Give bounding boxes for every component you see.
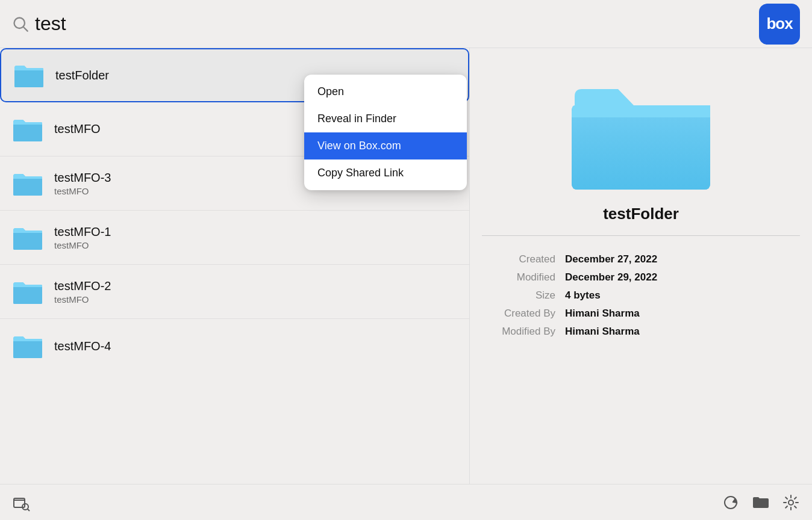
svg-point-5 <box>789 500 793 505</box>
item-info: testMFO-2 testMFO <box>54 279 111 305</box>
detail-row-modified: Modified December 29, 2022 <box>482 268 800 286</box>
left-panel: testFolder testMFO testMFO-3 testMFO <box>0 48 470 520</box>
folder-icon <box>12 333 43 359</box>
item-subtitle: testMFO <box>54 240 111 250</box>
folder-icon <box>12 279 43 305</box>
modified-by-value: Himani Sharma <box>560 323 800 341</box>
bottom-right <box>722 494 800 512</box>
svg-point-0 <box>14 17 25 28</box>
right-panel: testFolder Created December 27, 2022 Mod… <box>470 48 812 520</box>
created-label: Created <box>482 250 560 268</box>
item-info: testMFO-1 testMFO <box>54 225 111 250</box>
item-info: testMFO-3 testMFO <box>54 171 111 196</box>
created-value: December 27, 2022 <box>560 250 800 268</box>
item-subtitle: testMFO <box>54 186 111 196</box>
search-input[interactable] <box>35 13 216 35</box>
detail-row-created-by: Created By Himani Sharma <box>482 305 800 323</box>
main-content: testFolder testMFO testMFO-3 testMFO <box>0 48 812 520</box>
svg-line-4 <box>28 509 30 511</box>
detail-row-modified-by: Modified By Himani Sharma <box>482 323 800 341</box>
size-label: Size <box>482 286 560 305</box>
list-item[interactable]: testMFO-1 testMFO <box>0 211 469 265</box>
modified-value: December 29, 2022 <box>560 268 800 286</box>
detail-folder-icon <box>569 72 713 193</box>
modified-by-label: Modified By <box>482 323 560 341</box>
folder-icon <box>12 170 43 197</box>
folder-icon <box>12 116 43 143</box>
item-name: testMFO-3 <box>54 171 111 185</box>
item-name: testMFO <box>54 122 101 136</box>
created-by-label: Created By <box>482 305 560 323</box>
item-subtitle: testMFO <box>54 294 111 305</box>
context-menu-item-open[interactable]: Open <box>304 78 467 105</box>
header: box <box>0 0 812 48</box>
item-name: testMFO-1 <box>54 225 111 239</box>
modified-label: Modified <box>482 268 560 286</box>
context-menu-item-view-on-box[interactable]: View on Box.com <box>304 132 467 159</box>
list-item[interactable]: testMFO-2 testMFO <box>0 265 469 319</box>
detail-divider <box>482 235 800 236</box>
bottom-toolbar <box>0 484 812 520</box>
detail-row-size: Size 4 bytes <box>482 286 800 305</box>
context-menu-item-reveal-in-finder[interactable]: Reveal in Finder <box>304 105 467 132</box>
folder-icon <box>13 62 45 88</box>
list-item[interactable]: testMFO-4 <box>0 319 469 373</box>
item-name: testFolder <box>55 69 109 82</box>
search-icon <box>12 16 29 32</box>
search-in-folder-icon[interactable] <box>12 494 30 512</box>
svg-line-1 <box>23 27 27 31</box>
bottom-left <box>12 494 30 512</box>
size-value: 4 bytes <box>560 286 800 305</box>
detail-name: testFolder <box>603 205 679 223</box>
created-by-value: Himani Sharma <box>560 305 800 323</box>
detail-row-created: Created December 27, 2022 <box>482 250 800 268</box>
box-logo: box <box>759 4 800 45</box>
item-name: testMFO-2 <box>54 279 111 293</box>
folder-toolbar-icon[interactable] <box>752 494 770 512</box>
folder-icon <box>12 224 43 251</box>
settings-icon[interactable] <box>782 494 800 512</box>
context-menu-item-copy-shared-link[interactable]: Copy Shared Link <box>304 159 467 187</box>
item-name: testMFO-4 <box>54 339 111 353</box>
refresh-icon[interactable] <box>722 494 740 512</box>
detail-table: Created December 27, 2022 Modified Decem… <box>482 250 800 341</box>
context-menu: Open Reveal in Finder View on Box.com Co… <box>304 75 467 190</box>
